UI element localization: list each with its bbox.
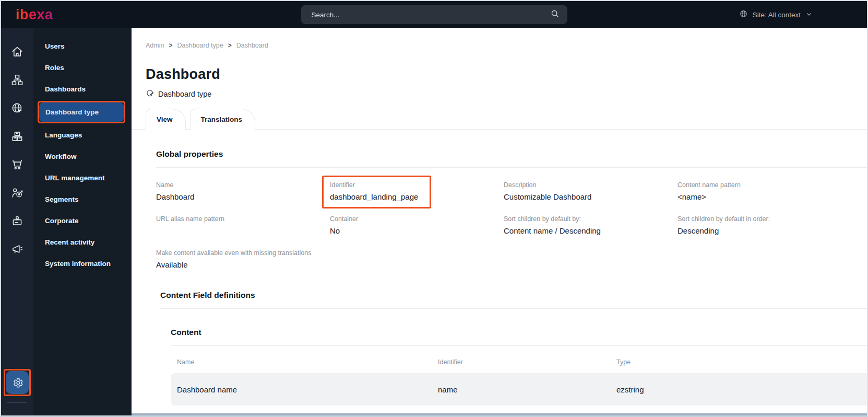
sidebar-item-roles[interactable]: Roles: [33, 57, 132, 78]
global-properties-grid: Name Dashboard Identifier dashboard_land…: [156, 181, 867, 270]
cell-field-type: ezstring: [616, 385, 867, 394]
breadcrumb-separator: >: [169, 42, 172, 49]
sidebar-selected-annotation-box: Dashboard type: [38, 101, 125, 123]
table-row[interactable]: Dashboard name name ezstring: [171, 373, 867, 406]
admin-sidebar: Users Roles Dashboards Dashboard type La…: [33, 28, 132, 415]
page-title: Dashboard: [146, 66, 867, 83]
global-search[interactable]: [301, 5, 567, 24]
sidebar-item-url-management[interactable]: URL management: [33, 167, 132, 189]
ibexa-logo[interactable]: ibexa: [16, 8, 53, 22]
sidebar-item-workflow[interactable]: Workflow: [33, 146, 132, 167]
field-definitions-table: Name Identifier Type Dashboard name name…: [171, 358, 867, 406]
personalization-icon[interactable]: [1, 179, 33, 207]
identifier-annotation-box: Identifier dashboard_landing_page: [322, 176, 431, 209]
main-content: Admin > Dashboard type > Dashboard Dashb…: [132, 28, 867, 415]
product-catalog-icon[interactable]: [1, 122, 33, 150]
content-field-definitions-section: Content Field definitions: [160, 291, 867, 309]
ibexa-admin-window: ibexa Site: All context: [0, 0, 868, 417]
table-header-name: Name: [177, 358, 438, 366]
breadcrumb-dashboard-type[interactable]: Dashboard type: [177, 42, 223, 49]
settings-button[interactable]: [6, 371, 29, 394]
section-divider: [156, 167, 867, 168]
breadcrumb: Admin > Dashboard type > Dashboard: [146, 42, 867, 49]
home-icon[interactable]: [1, 38, 33, 66]
tab-panel: Global properties Name Dashboard Identif…: [132, 129, 867, 415]
table-header-row: Name Identifier Type: [171, 358, 867, 373]
content-group-section: Content Name Identifier Type Dashboard n…: [171, 328, 867, 406]
gear-icon: [10, 376, 24, 389]
sidebar-item-dashboards[interactable]: Dashboards: [33, 78, 132, 100]
section-divider: [171, 345, 867, 346]
sidebar-item-users[interactable]: Users: [33, 36, 132, 57]
sidebar-item-system-information[interactable]: System information: [33, 253, 132, 274]
marketing-megaphone-icon[interactable]: [1, 235, 33, 263]
field-sort-children-order: Sort children by default in order: Desce…: [677, 215, 867, 236]
cell-field-name: Dashboard name: [177, 385, 438, 394]
chevron-down-icon: [805, 10, 813, 19]
table-header-type: Type: [616, 358, 867, 366]
content-field-definitions-heading: Content Field definitions: [160, 291, 867, 300]
sidebar-item-recent-activity[interactable]: Recent activity: [33, 231, 132, 253]
content-group-heading: Content: [171, 328, 867, 337]
sidebar-item-segments[interactable]: Segments: [33, 189, 132, 210]
global-properties-heading: Global properties: [156, 149, 867, 159]
global-properties-section: Global properties Name Dashboard Identif…: [156, 149, 867, 270]
cell-field-identifier: name: [438, 385, 616, 394]
search-input[interactable]: [312, 11, 550, 19]
sidebar-item-dashboard-type[interactable]: Dashboard type: [39, 102, 124, 122]
field-missing-translations: Make content available even with missing…: [156, 249, 504, 270]
field-content-name-pattern: Content name pattern <name>: [677, 181, 867, 202]
sidebar-item-languages[interactable]: Languages: [33, 124, 132, 146]
globe-icon: [739, 9, 748, 20]
breadcrumb-separator: >: [228, 42, 232, 49]
field-url-alias-name-pattern: URL alias name pattern: [156, 215, 330, 236]
content-type-icon: [146, 89, 154, 99]
search-icon[interactable]: [550, 8, 560, 21]
content-type-subtitle: Dashboard type: [146, 89, 867, 99]
tab-translations[interactable]: Translations: [190, 109, 256, 130]
settings-annotation-box: [4, 369, 31, 396]
corporate-badge-icon[interactable]: [1, 207, 33, 235]
icon-rail: [1, 28, 33, 415]
rail-divider: [7, 402, 27, 403]
tab-view[interactable]: View: [146, 109, 186, 130]
site-context-label: Site: All context: [753, 11, 801, 19]
tab-bar: View Translations: [146, 109, 867, 130]
table-header-identifier: Identifier: [438, 358, 616, 366]
site-context-selector[interactable]: Site: All context: [739, 1, 813, 28]
section-divider: [160, 308, 867, 309]
site-globe-icon[interactable]: [1, 94, 33, 122]
field-name: Name Dashboard: [156, 181, 330, 202]
content-type-label: Dashboard type: [158, 90, 211, 98]
field-description: Description Customizable Dashboard: [504, 181, 677, 202]
sidebar-item-corporate[interactable]: Corporate: [33, 210, 132, 231]
field-sort-children-by: Sort children by default by: Content nam…: [504, 215, 677, 236]
breadcrumb-dashboard: Dashboard: [236, 42, 268, 49]
breadcrumb-admin[interactable]: Admin: [146, 42, 164, 49]
top-bar: ibexa Site: All context: [1, 1, 867, 28]
commerce-cart-icon[interactable]: [1, 150, 33, 179]
content-tree-icon[interactable]: [1, 66, 33, 94]
field-identifier: Identifier dashboard_landing_page: [330, 181, 504, 202]
horizontal-scrollbar[interactable]: [132, 413, 867, 415]
field-container: Container No: [330, 215, 504, 236]
